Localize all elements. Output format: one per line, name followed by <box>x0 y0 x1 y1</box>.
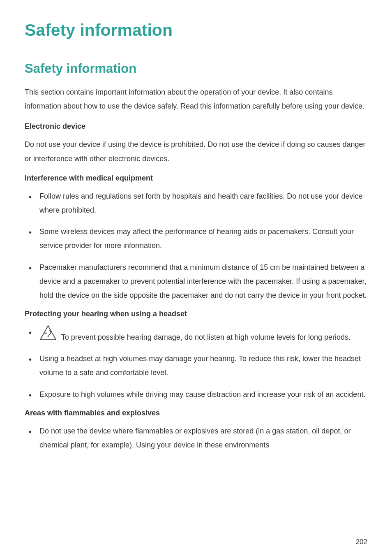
list-item: Exposure to high volumes while driving m… <box>25 387 367 401</box>
list-item: Follow rules and regulations set forth b… <box>25 189 367 217</box>
electronic-heading: Electronic device <box>25 122 367 131</box>
svg-marker-0 <box>40 326 56 340</box>
section-heading: Safety information <box>25 61 367 76</box>
page-title: Safety information <box>25 21 367 40</box>
list-item: Using a headset at high volumes may dama… <box>25 352 367 380</box>
list-item: Pacemaker manufacturers recommend that a… <box>25 260 367 303</box>
hearing-heading: Protecting your hearing when using a hea… <box>25 310 367 318</box>
list-item-text: To prevent possible hearing damage, do n… <box>59 333 350 341</box>
intro-paragraph: This section contains important informat… <box>25 85 367 113</box>
list-item: Some wireless devices may affect the per… <box>25 225 367 253</box>
medical-heading: Interference with medical equipment <box>25 174 367 183</box>
list-item: Do not use the device where flammables o… <box>25 424 367 452</box>
electronic-body: Do not use your device if using the devi… <box>25 137 367 165</box>
hearing-damage-icon <box>39 325 57 345</box>
list-item: To prevent possible hearing damage, do n… <box>25 325 367 344</box>
page-number: 202 <box>356 538 367 546</box>
flammables-heading: Areas with flammables and explosives <box>25 409 367 417</box>
